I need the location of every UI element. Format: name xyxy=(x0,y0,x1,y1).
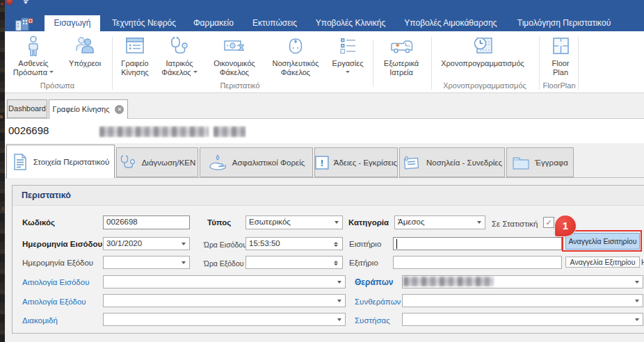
section-tab-stoixeia-peristatikou[interactable]: Στοιχεία Περιστατικού xyxy=(6,145,115,178)
application-icon[interactable] xyxy=(15,17,33,31)
chevron-down-icon xyxy=(635,281,639,286)
kodikos-label: Κωδικός xyxy=(22,218,55,227)
exitirio-label: Εξιτήριο xyxy=(349,258,378,268)
record-code: 0026698 xyxy=(8,124,49,136)
schedule-icon xyxy=(430,33,535,59)
ribbon-group-label-xronoprogrammatismos: Χρονοπρογραμματισμός xyxy=(433,81,537,90)
ambulance-icon xyxy=(373,33,429,59)
ribbon-button-ypoxreoi[interactable]: Υπόχρεοι xyxy=(57,33,113,81)
document-tab-bar: Dashboard Γραφείο Κίνησης ✕ xyxy=(5,93,644,119)
exitirio-input[interactable] xyxy=(393,256,562,269)
chevron-down-icon xyxy=(635,318,639,323)
annotation-badge: 1 xyxy=(555,215,576,236)
section-tab-adeies-egkriseis[interactable]: ! Άδειες - Εγκρίσεις xyxy=(314,147,398,177)
katigoria-combobox[interactable]: Άμεσος xyxy=(394,215,485,229)
typos-combobox[interactable]: Εσωτερικός xyxy=(245,215,343,229)
ribbon-button-iatrikos-fakelos[interactable]: ΙατρικόςΦάκελος xyxy=(152,33,207,81)
quick-access-chevron-icon[interactable] xyxy=(23,0,29,5)
ora-exodou-spinner[interactable] xyxy=(245,256,343,269)
desktop-background xyxy=(0,0,5,342)
stethoscope-icon xyxy=(152,33,207,59)
section-tab-diagnosi-ken[interactable]: Διάγνωση/ΚΕΝ xyxy=(116,147,198,177)
spinner-arrows-icon[interactable] xyxy=(334,259,339,268)
aitiologia-exodou-combobox[interactable] xyxy=(103,294,346,307)
patient-icon xyxy=(6,33,61,59)
ribbon-tab-ektyposeis[interactable]: Εκτυπώσεις xyxy=(246,15,303,31)
persons-icon xyxy=(57,33,113,59)
ribbon-button-xronoprogrammatismos[interactable]: Χρονοπρογραμματισμός xyxy=(430,33,535,81)
ribbon-button-exoterika-iatreia[interactable]: ΕξωτερικάΙατρεία xyxy=(373,33,429,81)
alert-icon: ! xyxy=(315,154,329,172)
ribbon-button-astheneis-prosopa[interactable]: ΑσθενείςΠρόσωπα xyxy=(6,33,61,81)
spinner-arrows-icon[interactable] xyxy=(334,240,339,249)
se-statistiki-checkbox[interactable]: ✓ xyxy=(543,217,554,228)
section-tab-nosileia-synedries[interactable]: Νοσηλεία - Συνεδρίες xyxy=(399,147,505,177)
systisas-label[interactable]: Συστήσας xyxy=(355,316,390,325)
ribbon-tab-farmakeio[interactable]: Φαρμακείο xyxy=(185,15,242,31)
section-tab-asfalistikoi-foreis[interactable]: Ασφαλιστικοί Φορείς xyxy=(200,147,313,177)
chevron-down-icon xyxy=(337,281,341,286)
therapon-label[interactable]: Θεράπων xyxy=(355,277,394,287)
aitiologia-exodou-label[interactable]: Αιτιολογία Εξόδου xyxy=(22,297,86,307)
ora-exodou-label: Ώρα Εξόδου xyxy=(204,259,244,268)
syntherapon-label[interactable]: Συνθεράπων xyxy=(355,297,401,307)
ribbon-tab-ypovoles-klinikis[interactable]: Υποβολές Κλινικής xyxy=(309,15,392,31)
dropdown-arrow-icon xyxy=(346,71,350,75)
text-cursor xyxy=(396,239,397,249)
ribbon-button-ergasies[interactable]: Εργασίες xyxy=(322,33,373,81)
folder-icon xyxy=(512,154,530,172)
chevron-down-icon xyxy=(182,261,186,266)
systisas-combobox[interactable] xyxy=(402,313,643,326)
record-header: 0026698 xyxy=(5,119,644,143)
censored-patient-name xyxy=(214,127,245,137)
dropdown-arrow-icon xyxy=(193,71,198,75)
svg-text:!: ! xyxy=(321,158,323,168)
ribbon-tab-texnitos-nefros[interactable]: Τεχνητός Νεφρός xyxy=(106,15,182,31)
document-icon xyxy=(12,153,29,171)
ribbon-tab-eisagogi[interactable]: Εισαγωγή xyxy=(45,15,100,31)
censored-therapon-value xyxy=(403,277,494,286)
stethoscope-icon xyxy=(119,154,137,172)
close-tab-icon[interactable]: ✕ xyxy=(115,105,124,114)
cutoff-text: Η xyxy=(641,258,644,266)
eisitirio-label: Εισιτήριο xyxy=(349,239,381,249)
se-statistiki-label: Σε Στατιστική xyxy=(492,219,538,229)
ribbon: ΑσθενείςΠρόσωπα Υπόχρεοι ΓραφείοΚίνησης xyxy=(5,31,644,93)
syntherapon-combobox[interactable] xyxy=(402,294,643,307)
groupbox-header xyxy=(13,186,644,206)
typos-label: Τύπος xyxy=(207,218,231,227)
anaggelia-exitiriou-button[interactable]: Αναγγελία Εξιτηρίου xyxy=(565,256,640,268)
imerominia-eisodou-datepicker[interactable]: 30/1/2020 xyxy=(103,237,190,250)
aitiologia-eisodou-label[interactable]: Αιτιολογία Εισόδου xyxy=(22,277,89,287)
ribbon-button-oikonomikos-fakelos[interactable]: ΟικονομικόςΦάκελος xyxy=(201,33,268,81)
aitiologia-eisodou-combobox[interactable] xyxy=(103,275,346,288)
ribbon-button-nosileftikos-fakelos[interactable]: ΝοσηλευτικόςΦάκελος xyxy=(259,33,332,81)
app-logo-icon xyxy=(6,0,13,5)
note-icon xyxy=(402,154,421,172)
kodikos-input[interactable]: 0026698 xyxy=(103,215,190,229)
chevron-down-icon xyxy=(335,221,339,226)
ribbon-tab-timologisi[interactable]: Τιμολόγηση Περιστατικού xyxy=(509,15,619,31)
section-tab-eggrafa[interactable]: Έγγραφα xyxy=(506,147,574,177)
chevron-down-icon xyxy=(182,243,186,247)
ribbon-tab-ypovoles-aimokatharsis[interactable]: Υποβολές Αιμοκάθαρσης xyxy=(396,15,505,31)
tasks-icon xyxy=(322,33,373,59)
ora-eisodou-label: Ώρα Εισόδου xyxy=(204,240,247,250)
annotation-highlight-rect xyxy=(562,230,642,252)
katigoria-label: Κατηγορία xyxy=(348,218,389,227)
nurse-icon xyxy=(259,33,332,59)
money-icon xyxy=(201,33,268,59)
diakomidi-combobox[interactable] xyxy=(103,313,346,326)
document-tab-dashboard[interactable]: Dashboard xyxy=(7,99,47,118)
imerominia-eisodou-label: Ημερομηνία Εισόδου xyxy=(22,239,102,249)
ribbon-group-label-prosopa: Πρόσωπα xyxy=(14,81,101,90)
ora-eisodou-spinner[interactable]: 15:53:50 xyxy=(245,237,343,250)
chevron-down-icon xyxy=(337,300,341,304)
document-tab-grafeio-kinisis[interactable]: Γραφείο Κίνησης ✕ xyxy=(49,99,128,119)
ribbon-button-floor-plan[interactable]: FloorPlan xyxy=(540,33,581,81)
ribbon-group-label-peristatiko: Περιστατικό xyxy=(195,81,285,90)
eisitirio-input[interactable] xyxy=(393,237,562,250)
censored-patient-name xyxy=(99,127,209,137)
diakomidi-label[interactable]: Διακομιδή xyxy=(22,316,58,325)
imerominia-exodou-datepicker[interactable] xyxy=(103,256,190,269)
